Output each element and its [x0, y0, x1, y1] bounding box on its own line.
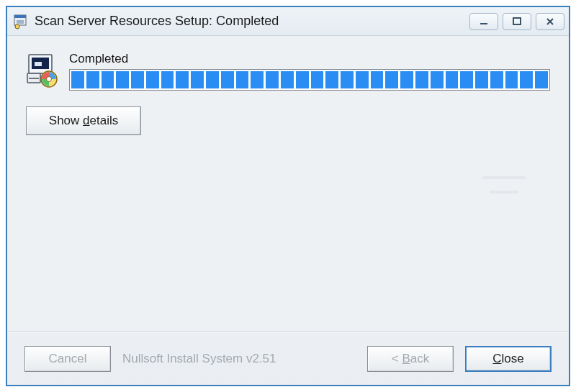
- progress-segment: [400, 71, 413, 88]
- show-details-hotkey: d: [83, 114, 89, 127]
- show-details-pre: Show: [49, 114, 83, 127]
- branding-text: Nullsoft Install System v2.51: [122, 352, 276, 366]
- progress-segment: [296, 71, 309, 88]
- progress-segment: [431, 71, 444, 88]
- close-hotkey: C: [492, 352, 501, 365]
- progress-segment: [341, 71, 354, 88]
- svg-rect-1: [14, 15, 26, 18]
- progress-segment: [116, 71, 129, 88]
- svg-rect-5: [513, 18, 521, 24]
- back-post: ack: [410, 352, 429, 365]
- progress-segment: [415, 71, 428, 88]
- back-pre: <: [392, 352, 402, 365]
- close-window-button[interactable]: [536, 13, 564, 30]
- progress-segment: [505, 71, 518, 88]
- svg-rect-10: [29, 78, 39, 79]
- svg-point-12: [47, 77, 52, 82]
- progress-segment: [191, 71, 204, 88]
- status-label: Completed: [69, 52, 550, 66]
- back-button: < Back: [367, 346, 454, 372]
- svg-rect-8: [35, 62, 42, 66]
- content-area: Completed Show details: [7, 36, 569, 332]
- window-title: Scan Server Resources Setup: Completed: [35, 14, 469, 29]
- maximize-button[interactable]: [503, 13, 531, 30]
- decorative-artifact: [490, 191, 518, 193]
- progress-segment: [146, 71, 159, 88]
- close-button[interactable]: Close: [465, 346, 552, 372]
- progress-segment: [102, 71, 114, 88]
- progress-segment: [325, 71, 338, 88]
- progress-segment: [520, 71, 533, 88]
- progress-segment: [490, 71, 503, 88]
- svg-point-3: [15, 24, 19, 29]
- close-post: lose: [502, 352, 524, 365]
- progress-segment: [311, 71, 324, 88]
- maximize-icon: [512, 17, 522, 27]
- progress-segment: [535, 71, 548, 88]
- footer: Cancel Nullsoft Install System v2.51 < B…: [7, 332, 569, 385]
- progress-segment: [236, 71, 249, 88]
- progress-segment: [266, 71, 279, 88]
- progress-segment: [446, 71, 459, 88]
- minimize-button[interactable]: [469, 13, 498, 30]
- progress-segment: [131, 71, 144, 88]
- cancel-button: Cancel: [24, 346, 111, 372]
- progress-segment: [86, 71, 99, 88]
- titlebar[interactable]: Scan Server Resources Setup: Completed: [7, 7, 569, 36]
- close-icon: [545, 17, 555, 27]
- progress-bar: [69, 69, 550, 91]
- progress-segment: [356, 71, 369, 88]
- progress-segment: [206, 71, 219, 88]
- progress-segment: [385, 71, 398, 88]
- installer-app-icon: [13, 14, 29, 29]
- show-details-button[interactable]: Show details: [26, 106, 141, 135]
- progress-segment: [281, 71, 294, 88]
- progress-segment: [475, 71, 488, 88]
- progress-segment: [460, 71, 473, 88]
- progress-segment: [251, 71, 264, 88]
- progress-segment: [161, 71, 174, 88]
- back-hotkey: B: [402, 352, 410, 365]
- progress-segment: [176, 71, 189, 88]
- progress-segment: [221, 71, 234, 88]
- svg-rect-2: [17, 20, 24, 24]
- svg-rect-4: [480, 23, 487, 24]
- progress-segment: [371, 71, 384, 88]
- minimize-icon: [479, 17, 489, 27]
- setup-computer-icon: [26, 53, 60, 88]
- show-details-post: etails: [90, 114, 119, 127]
- window-controls: [469, 13, 564, 30]
- installer-window: Scan Server Resources Setup: Completed: [6, 6, 570, 386]
- decorative-artifact: [482, 176, 526, 179]
- progress-segment: [71, 71, 84, 88]
